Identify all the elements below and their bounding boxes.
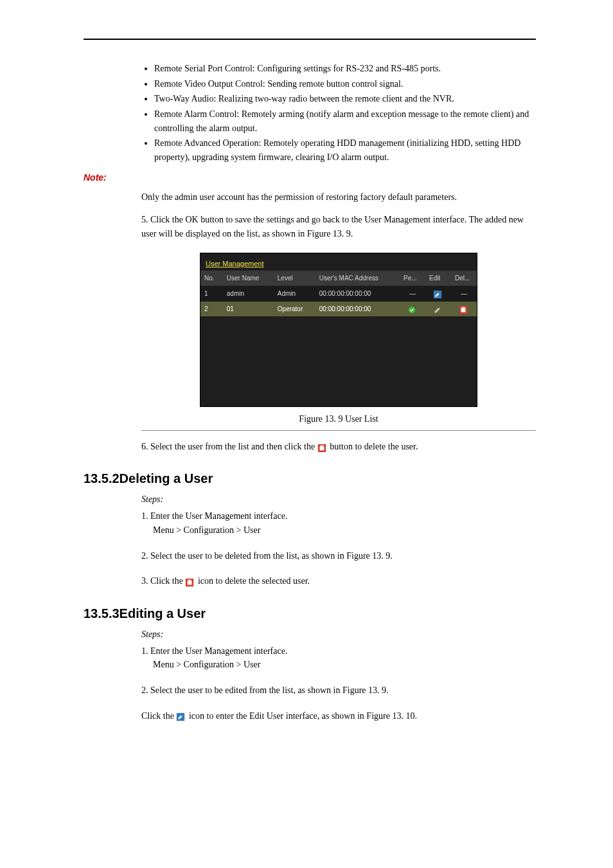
list-item: Remote Alarm Control: Remotely arming (n… [154, 107, 536, 135]
svg-rect-4 [461, 307, 465, 309]
cell-mac: 00:00:00:00:00:00 [315, 286, 400, 302]
step-number: 5. [141, 215, 148, 224]
user-management-screenshot: User Management No. User Name Level User… [200, 253, 477, 408]
cell-level: Admin [274, 286, 315, 302]
list-item: Remote Video Output Control: Sending rem… [154, 77, 536, 91]
note-label: Note: [84, 171, 536, 185]
trash-icon[interactable] [451, 302, 477, 317]
step-text: 2. Select the user to be deleted from th… [141, 549, 536, 563]
svg-rect-7 [320, 445, 323, 446]
ok-label: OK [185, 215, 198, 224]
step-text: button to delete the user. [330, 442, 418, 451]
del-icon: — [451, 286, 477, 302]
col-level: Level [274, 271, 315, 286]
step-text: 3. Click the [141, 576, 185, 586]
col-username: User Name [223, 271, 274, 286]
step-text: Select the user from the list and then c… [150, 442, 317, 451]
step-text: Click the [150, 215, 185, 224]
heading-editing-user: 13.5.3Editing a User [84, 604, 536, 624]
nav-path: Menu > Configuration > User [153, 523, 536, 538]
cell-mac: 00:00:00:00:00:00 [315, 302, 400, 317]
col-mac: User's MAC Address [315, 271, 400, 286]
step-text: 2. Select the user to be edited from the… [141, 683, 536, 698]
table-row[interactable]: 1 admin Admin 00:00:00:00:00:00 — — [200, 286, 477, 302]
list-item: Remote Advanced Operation: Remotely oper… [154, 136, 536, 164]
edit-icon [176, 712, 185, 721]
step-number: 6. [141, 442, 148, 451]
trash-icon [185, 578, 194, 587]
col-edit: Edit [425, 271, 451, 286]
col-no: No. [200, 271, 223, 286]
steps-label: Steps: [141, 493, 536, 507]
edit-icon[interactable] [425, 302, 451, 317]
step-text: button to save the settings and go back … [141, 215, 524, 239]
cell-user: admin [223, 286, 274, 302]
step-text: 1. Enter the User Management interface. [141, 509, 536, 523]
edit-icon[interactable] [425, 286, 451, 302]
step-text: Click the [141, 711, 176, 721]
figure-caption: Figure 13. 9 User List [141, 412, 536, 426]
cell-user: 01 [223, 302, 274, 317]
heading-deleting-user: 13.5.2Deleting a User [84, 469, 536, 489]
col-del: Del... [451, 271, 477, 286]
svg-rect-9 [188, 581, 192, 584]
user-table: No. User Name Level User's MAC Address P… [200, 271, 477, 317]
svg-rect-6 [319, 446, 324, 450]
nav-path: Menu > Configuration > User [153, 658, 536, 672]
perm-icon: — [400, 286, 425, 302]
tab-user-management[interactable]: User Management [206, 257, 264, 271]
cell-no: 1 [200, 286, 223, 302]
svg-rect-3 [461, 308, 466, 312]
bullet-list: Remote Serial Port Control: Configuring … [141, 62, 536, 165]
list-item: Remote Serial Port Control: Configuring … [154, 62, 536, 76]
step-text: icon to enter the Edit User interface, a… [189, 711, 417, 721]
svg-rect-10 [188, 580, 191, 581]
steps-label: Steps: [141, 628, 536, 642]
cell-no: 2 [200, 302, 223, 317]
step-text: icon to delete the selected user. [198, 576, 310, 586]
perm-icon[interactable] [400, 302, 425, 317]
step-text: 1. Enter the User Management interface. [141, 644, 536, 658]
note-text: Only the admin user account has the perm… [141, 190, 536, 204]
col-perm: Pe... [400, 271, 425, 286]
trash-icon [317, 444, 326, 453]
table-row[interactable]: 2 01 Operator 00:00:00:00:00:00 [200, 302, 477, 317]
cell-level: Operator [274, 302, 315, 317]
list-item: Two-Way Audio: Realizing two-way radio b… [154, 92, 536, 106]
